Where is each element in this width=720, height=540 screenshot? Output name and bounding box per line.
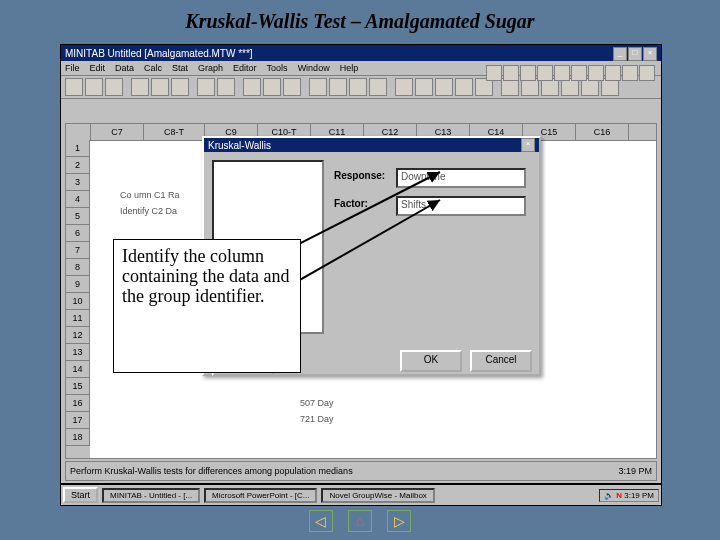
status-bar: Perform Kruskal-Wallis tests for differe… (65, 461, 657, 481)
tool-icon[interactable] (349, 78, 367, 96)
tool-icon[interactable] (329, 78, 347, 96)
row-header[interactable]: 7 (66, 242, 90, 259)
nav-home-icon[interactable]: ⌂ (348, 510, 372, 532)
dialog-close-icon[interactable]: × (521, 138, 535, 152)
row-header[interactable]: 8 (66, 259, 90, 276)
status-text: Perform Kruskal-Wallis tests for differe… (70, 466, 353, 476)
row-header[interactable]: 14 (66, 361, 90, 378)
tool-icon[interactable] (435, 78, 453, 96)
menu-tools[interactable]: Tools (267, 63, 288, 73)
menu-edit[interactable]: Edit (90, 63, 106, 73)
app-title-text: MINITAB Untitled [Amalgamated.MTW ***] (65, 48, 253, 59)
menu-data[interactable]: Data (115, 63, 134, 73)
row-header[interactable]: 6 (66, 225, 90, 242)
cell-text: 721 Day (300, 414, 334, 424)
menu-stat[interactable]: Stat (172, 63, 188, 73)
tool-icon[interactable] (217, 78, 235, 96)
tool-icon[interactable] (283, 78, 301, 96)
tool-icon[interactable] (171, 78, 189, 96)
menu-help[interactable]: Help (340, 63, 359, 73)
tool-icon[interactable] (105, 78, 123, 96)
ok-button[interactable]: OK (400, 350, 462, 372)
close-icon[interactable]: × (643, 47, 657, 61)
cell-text: 507 Day (300, 398, 334, 408)
tool-icon[interactable] (455, 78, 473, 96)
row-header[interactable]: 16 (66, 395, 90, 412)
cell-text: Co umn C1 Ra (120, 190, 180, 200)
row-header[interactable]: 13 (66, 344, 90, 361)
col-corner[interactable] (66, 124, 91, 140)
status-clock: 3:19 PM (618, 466, 652, 476)
menu-calc[interactable]: Calc (144, 63, 162, 73)
col-header[interactable]: C16 (576, 124, 629, 140)
row-header[interactable]: 15 (66, 378, 90, 395)
response-input[interactable]: Downtime (396, 168, 526, 188)
menu-editor[interactable]: Editor (233, 63, 257, 73)
menu-file[interactable]: File (65, 63, 80, 73)
slide-title: Kruskal-Wallis Test – Amalgamated Sugar (0, 10, 720, 33)
nav-next-icon[interactable]: ▷ (387, 510, 411, 532)
row-headers[interactable]: 1 2 3 4 5 6 7 8 9 10 11 12 13 14 15 16 1… (66, 140, 90, 458)
tool-icon[interactable] (131, 78, 149, 96)
tool-icon[interactable] (309, 78, 327, 96)
tool-icon[interactable] (395, 78, 413, 96)
system-tray[interactable]: 🔊 N 3:19 PM (599, 489, 659, 502)
col-header[interactable]: C7 (91, 124, 144, 140)
row-header[interactable]: 18 (66, 429, 90, 446)
maximize-icon[interactable]: □ (628, 47, 642, 61)
taskbar[interactable]: Start MINITAB - Untitled - [... Microsof… (60, 484, 662, 506)
tool-icon[interactable] (197, 78, 215, 96)
cancel-button[interactable]: Cancel (470, 350, 532, 372)
menu-graph[interactable]: Graph (198, 63, 223, 73)
tool-icon[interactable] (263, 78, 281, 96)
start-button[interactable]: Start (63, 487, 98, 503)
window-buttons[interactable]: _□× (612, 46, 657, 61)
tool-icon[interactable] (369, 78, 387, 96)
row-header[interactable]: 3 (66, 174, 90, 191)
row-header[interactable]: 12 (66, 327, 90, 344)
dialog-title: Kruskal-Wallis (208, 140, 271, 151)
tool-icon[interactable] (415, 78, 433, 96)
annotation-callout: Identify the column containing the data … (113, 239, 301, 373)
factor-input[interactable]: Shifts (396, 196, 526, 216)
row-header[interactable]: 10 (66, 293, 90, 310)
response-label: Response: (334, 170, 385, 181)
app-titlebar[interactable]: MINITAB Untitled [Amalgamated.MTW ***] _… (61, 45, 661, 61)
factor-label: Factor: (334, 198, 368, 209)
tool-icon[interactable] (65, 78, 83, 96)
tool-icon[interactable] (243, 78, 261, 96)
row-header[interactable]: 9 (66, 276, 90, 293)
row-header[interactable]: 1 (66, 140, 90, 157)
row-header[interactable]: 11 (66, 310, 90, 327)
row-header[interactable]: 17 (66, 412, 90, 429)
mini-toolbar (485, 65, 655, 81)
row-header[interactable]: 4 (66, 191, 90, 208)
tool-icon[interactable] (85, 78, 103, 96)
nav-back-icon[interactable]: ◁ (309, 510, 333, 532)
dialog-titlebar[interactable]: Kruskal-Wallis × (204, 138, 539, 152)
row-header[interactable]: 5 (66, 208, 90, 225)
row-header[interactable]: 2 (66, 157, 90, 174)
taskbar-item[interactable]: MINITAB - Untitled - [... (102, 488, 200, 503)
cell-text: Identify C2 Da (120, 206, 177, 216)
tool-icon[interactable] (151, 78, 169, 96)
col-header[interactable]: C8-T (144, 124, 205, 140)
menu-window[interactable]: Window (298, 63, 330, 73)
taskbar-item[interactable]: Novel GroupWise - Mailbox (321, 488, 434, 503)
taskbar-item[interactable]: Microsoft PowerPoint - [C... (204, 488, 317, 503)
minimize-icon[interactable]: _ (613, 47, 627, 61)
slide-nav: ◁ ⌂ ▷ (0, 510, 720, 532)
